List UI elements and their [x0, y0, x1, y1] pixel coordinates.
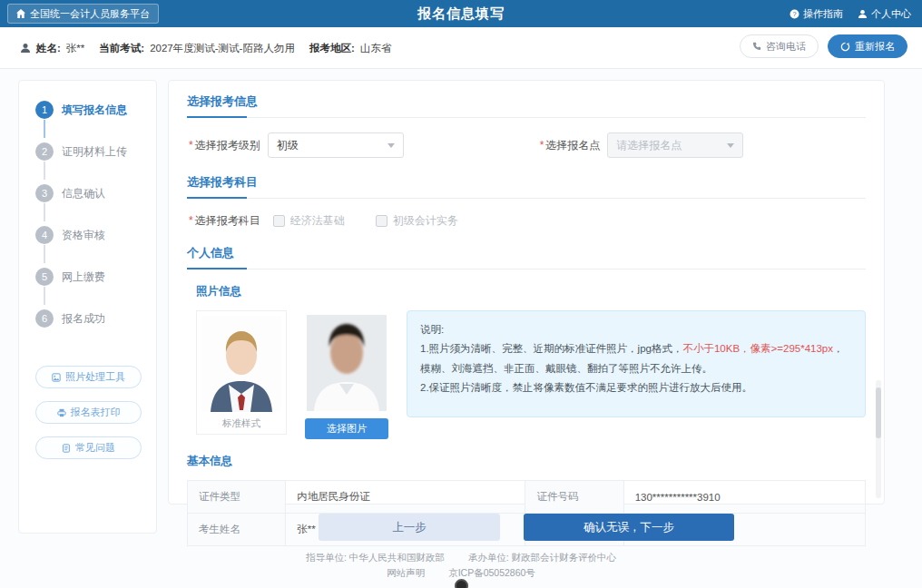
previous-step-button[interactable]: 上一步 — [319, 514, 500, 541]
sample-photo-caption: 标准样式 — [222, 417, 260, 430]
footer-host-org: 承办单位: 财政部会计财务评价中心 — [468, 550, 616, 565]
id-number-label: 证件号码 — [525, 481, 623, 514]
user-info-bar: 姓名: 张** 当前考试: 2027年度测试-测试-陌路人勿用 报考地区: 山东… — [0, 27, 922, 69]
topbar-right: ? 操作指南 个人中心 — [790, 0, 911, 27]
level-label: *选择报考级别 — [189, 138, 260, 153]
required-mark: * — [189, 214, 193, 227]
photo-instructions: 说明: 1.照片须为清晰、完整、近期的标准证件照片，jpg格式，不小于10KB，… — [407, 310, 866, 417]
user-info: 姓名: 张** 当前考试: 2027年度测试-测试-陌路人勿用 报考地区: 山东… — [20, 27, 391, 69]
main-form-panel: 选择报考信息 *选择报考级别 初级 *选择报名点 请选择报名点 选择报考科目 *… — [168, 80, 885, 505]
section-subjects: 选择报考科目 — [187, 174, 866, 199]
note-line2: 2.保证照片清晰度，禁止将像素数值不满足要求的照片进行放大后使用。 — [420, 378, 852, 397]
exam-value: 2027年度测试-测试-陌路人勿用 — [150, 42, 295, 55]
consult-phone-button[interactable]: 咨询电话 — [740, 34, 819, 58]
site-select[interactable]: 请选择报名点 — [607, 132, 743, 158]
step-upload-materials[interactable]: 2 证明材料上传 — [35, 142, 156, 184]
refresh-icon — [840, 42, 850, 52]
step-success[interactable]: 6 报名成功 — [35, 309, 156, 351]
step-online-payment[interactable]: 5 网上缴费 — [35, 268, 156, 309]
checkbox-icon — [273, 215, 285, 227]
step-number: 4 — [35, 226, 54, 244]
footer-guidance-org: 指导单位: 中华人民共和国财政部 — [306, 550, 445, 565]
site-placeholder: 请选择报名点 — [616, 138, 682, 153]
sidebar-links: 照片处理工具 报名表打印 常见问题 — [35, 366, 156, 459]
name-label: 姓名: — [36, 42, 61, 55]
table-row: 证件类型 内地居民身份证 证件号码 130***********3910 — [188, 481, 866, 514]
subject-checkbox-economic-law[interactable]: 经济法基础 — [273, 213, 345, 229]
level-field: *选择报考级别 初级 — [189, 132, 404, 158]
level-select[interactable]: 初级 — [268, 132, 404, 158]
step-label: 填写报名信息 — [62, 103, 127, 118]
choose-photo-button[interactable]: 选择图片 — [305, 418, 388, 439]
checkbox-icon — [376, 215, 387, 227]
step-number: 3 — [35, 184, 54, 202]
step-fill-info[interactable]: 1 填写报名信息 — [35, 101, 156, 142]
note-line1: 1.照片须为清晰、完整、近期的标准证件照片，jpg格式，不小于10KB，像素>=… — [420, 339, 852, 378]
note-red-text: 不小于10KB，像素>=295*413px — [682, 343, 833, 354]
step-label: 网上缴费 — [62, 270, 105, 285]
svg-text:?: ? — [792, 9, 796, 17]
guide-link[interactable]: ? 操作指南 — [790, 7, 843, 21]
bottom-actions: 上一步 确认无误，下一步 — [168, 514, 885, 541]
phone-icon — [752, 42, 761, 51]
sample-photo — [201, 316, 281, 412]
section-exam-info: 选择报考信息 — [187, 93, 866, 118]
document-icon — [62, 444, 71, 453]
question-circle-icon: ? — [790, 9, 799, 19]
level-value: 初级 — [277, 138, 299, 153]
step-qualification-review[interactable]: 4 资格审核 — [35, 226, 156, 268]
personal-center-link[interactable]: 个人中心 — [858, 7, 911, 21]
section-personal-info: 个人信息 — [187, 245, 866, 270]
subjects-label: *选择报考科目 — [189, 213, 260, 229]
photo-info-title: 照片信息 — [196, 284, 866, 299]
faq-link[interactable]: 常见问题 — [35, 436, 142, 459]
note-title: 说明: — [420, 320, 852, 339]
footer-orgs: 指导单位: 中华人民共和国财政部 承办单位: 财政部会计财务评价中心 — [0, 550, 922, 565]
step-label: 报名成功 — [62, 311, 105, 327]
sample-photo-card: 标准样式 — [196, 310, 287, 435]
printer-icon — [57, 408, 66, 417]
exam-label: 当前考试: — [99, 42, 144, 55]
step-label: 信息确认 — [62, 186, 105, 201]
scrollbar-thumb[interactable] — [876, 387, 881, 438]
step-confirm-info[interactable]: 3 信息确认 — [35, 184, 156, 226]
user-icon — [858, 9, 868, 19]
subjects-row: *选择报考科目 经济法基础 初级会计实务 — [189, 213, 866, 229]
image-icon — [52, 373, 61, 382]
top-navbar: 全国统一会计人员服务平台 报名信息填写 ? 操作指南 个人中心 — [0, 0, 922, 27]
print-form-link[interactable]: 报名表打印 — [35, 401, 142, 424]
photo-row: 标准样式 选择图片 说明: 1.照片须为清晰、完整、近期的标准证件照片， — [196, 310, 866, 439]
id-type-label: 证件类型 — [188, 481, 286, 514]
id-type-value: 内地居民身份证 — [286, 481, 525, 514]
security-badge-icon — [455, 579, 468, 588]
chevron-down-icon — [387, 143, 395, 148]
step-label: 证明材料上传 — [62, 144, 127, 160]
site-label: *选择报名点 — [540, 138, 601, 153]
exam-info-row: *选择报考级别 初级 *选择报名点 请选择报名点 — [189, 132, 866, 158]
page-title: 报名信息填写 — [0, 0, 922, 27]
required-mark: * — [540, 139, 544, 152]
step-number: 5 — [35, 268, 54, 286]
subject-checkbox-accounting-practice[interactable]: 初级会计实务 — [376, 213, 458, 229]
step-label: 资格审核 — [62, 228, 105, 243]
re-register-button[interactable]: 重新报名 — [828, 34, 907, 58]
id-number-value: 130***********3910 — [623, 481, 865, 514]
site-statement-link[interactable]: 网站声明 — [387, 565, 425, 581]
user-photo — [307, 315, 387, 411]
region-label: 报考地区: — [309, 42, 355, 55]
site-field: *选择报名点 请选择报名点 — [540, 132, 744, 158]
basic-info-title: 基本信息 — [187, 454, 866, 469]
userbar-buttons: 咨询电话 重新报名 — [740, 34, 907, 58]
region-value: 山东省 — [360, 42, 392, 55]
step-number: 6 — [35, 309, 54, 328]
scrollbar[interactable] — [876, 380, 881, 498]
user-photo-block: 选择图片 — [301, 310, 392, 439]
page-footer: 指导单位: 中华人民共和国财政部 承办单位: 财政部会计财务评价中心 网站声明 … — [0, 550, 922, 581]
person-icon — [20, 43, 31, 54]
step-number: 2 — [35, 142, 54, 161]
chevron-down-icon — [727, 143, 734, 148]
step-number: 1 — [35, 101, 54, 119]
confirm-next-button[interactable]: 确认无误，下一步 — [524, 514, 734, 541]
photo-tool-link[interactable]: 照片处理工具 — [35, 366, 142, 388]
steps-sidebar: 1 填写报名信息 2 证明材料上传 3 信息确认 4 资格审核 5 网上缴费 6… — [18, 80, 157, 534]
